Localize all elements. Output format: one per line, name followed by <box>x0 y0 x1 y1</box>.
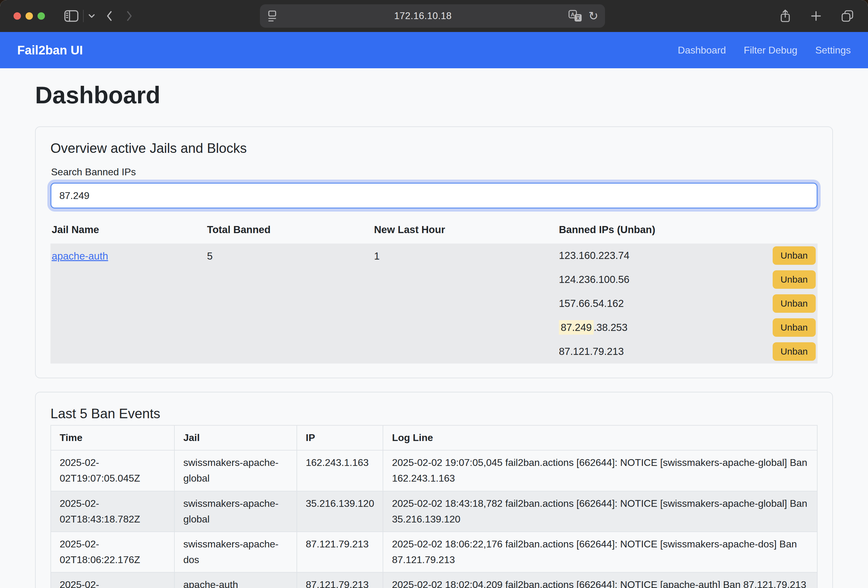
event-row: 2025-02-02T18:02:04.209Z apache-auth 87.… <box>51 572 817 588</box>
ban-events-card-title: Last 5 Ban Events <box>50 406 818 421</box>
banned-ips-list: 123.160.223.74 Unban 124.236.100.56 Unba… <box>558 243 818 364</box>
chevron-right-icon <box>126 11 133 21</box>
reload-icon: ↻ <box>588 10 598 22</box>
browser-toolbar: 172.16.10.18 A x ↻ <box>0 0 868 32</box>
jail-row: apache-auth 5 1 123.160.223.74 Unban 124… <box>50 243 818 364</box>
column-header-new-last-hour: New Last Hour <box>373 216 558 243</box>
event-log-line: 2025-02-02 19:07:05,045 fail2ban.actions… <box>383 450 817 491</box>
zoom-window-button[interactable] <box>37 12 45 20</box>
event-time: 2025-02-02T18:06:22.176Z <box>51 532 174 572</box>
nav-link-dashboard[interactable]: Dashboard <box>678 44 726 56</box>
svg-text:A: A <box>571 12 574 18</box>
unban-button[interactable]: Unban <box>773 294 816 313</box>
column-header-jail-name: Jail Name <box>50 216 206 243</box>
forward-button[interactable] <box>126 11 133 21</box>
banned-ip: 157.66.54.162 <box>558 298 624 309</box>
banned-ip-row: 124.236.100.56 Unban <box>558 268 816 292</box>
sidebar-toggle-button[interactable] <box>64 10 79 22</box>
jail-name-cell: apache-auth <box>50 243 206 364</box>
column-header-total-banned: Total Banned <box>206 216 373 243</box>
address-bar[interactable]: 172.16.10.18 A x ↻ <box>260 4 605 28</box>
event-time: 2025-02-02T18:02:04.209Z <box>51 572 174 588</box>
jails-table-header: Jail Name Total Banned New Last Hour Ban… <box>50 216 818 243</box>
close-window-button[interactable] <box>13 12 21 20</box>
page-title: Dashboard <box>35 81 833 109</box>
column-header-ip: IP <box>297 425 383 450</box>
event-ip: 87.121.79.213 <box>297 532 383 572</box>
share-icon <box>779 9 791 23</box>
search-banned-ips-label: Search Banned IPs <box>51 167 818 178</box>
reload-button[interactable]: ↻ <box>588 10 598 22</box>
banned-ip-row: 87.121.79.213 Unban <box>558 339 816 364</box>
search-banned-ips-input[interactable] <box>50 183 818 208</box>
new-last-hour-cell: 1 <box>373 243 558 364</box>
page-format-button[interactable] <box>267 10 278 22</box>
toolbar-divider <box>83 10 84 22</box>
banned-ip-row: 123.160.223.74 Unban <box>558 243 816 268</box>
unban-button[interactable]: Unban <box>773 246 816 265</box>
event-log-line: 2025-02-02 18:43:18,782 fail2ban.actions… <box>383 491 817 532</box>
event-ip: 87.121.79.213 <box>297 572 383 588</box>
sidebar-menu-chevron-button[interactable] <box>88 14 95 18</box>
banned-ip: 124.236.100.56 <box>558 274 629 285</box>
search-match-highlight: 87.249 <box>559 320 593 335</box>
ban-events-card: Last 5 Ban Events Time Jail IP Log Line … <box>35 392 833 588</box>
event-jail: swissmakers-apache-global <box>174 450 297 491</box>
plus-icon <box>810 10 822 22</box>
event-row: 2025-02-02T19:07:05.045Z swissmakers-apa… <box>51 450 817 491</box>
banned-ip-row: 157.66.54.162 Unban <box>558 292 816 315</box>
event-row: 2025-02-02T18:06:22.176Z swissmakers-apa… <box>51 532 817 572</box>
unban-button[interactable]: Unban <box>773 318 816 337</box>
banned-ip: 87.121.79.213 <box>558 346 624 357</box>
total-banned-cell: 5 <box>206 243 373 364</box>
share-button[interactable] <box>779 9 791 23</box>
column-header-log-line: Log Line <box>383 425 817 450</box>
unban-button[interactable]: Unban <box>773 342 816 361</box>
traffic-lights <box>13 12 45 20</box>
unban-button[interactable]: Unban <box>773 270 816 289</box>
nav-link-settings[interactable]: Settings <box>815 44 851 56</box>
back-button[interactable] <box>106 11 112 21</box>
events-header-row: Time Jail IP Log Line <box>51 425 817 450</box>
banned-ip-row: 87.249.38.253 Unban <box>558 315 816 339</box>
overview-card-title: Overview active Jails and Blocks <box>50 140 818 156</box>
minimize-window-button[interactable] <box>25 12 33 20</box>
nav-link-filter-debug[interactable]: Filter Debug <box>744 44 797 56</box>
event-jail: swissmakers-apache-global <box>174 491 297 532</box>
new-tab-button[interactable] <box>810 10 822 22</box>
translate-button[interactable]: A x <box>568 10 582 22</box>
banned-ip-rest: .38.253 <box>593 322 627 333</box>
app-navbar: Fail2ban UI Dashboard Filter Debug Setti… <box>0 32 868 68</box>
sidebar-icon <box>64 10 79 22</box>
tabs-icon <box>841 10 854 22</box>
event-row: 2025-02-02T18:43:18.782Z swissmakers-apa… <box>51 491 817 532</box>
ban-events-table: Time Jail IP Log Line 2025-02-02T19:07:0… <box>50 425 818 588</box>
banned-ip: 123.160.223.74 <box>558 250 629 261</box>
column-header-banned-ips: Banned IPs (Unban) <box>558 216 818 243</box>
page-content: Dashboard Overview active Jails and Bloc… <box>0 68 868 588</box>
event-time: 2025-02-02T18:43:18.782Z <box>51 491 174 532</box>
event-jail: swissmakers-apache-dos <box>174 532 297 572</box>
jail-link[interactable]: apache-auth <box>52 251 108 262</box>
event-jail: apache-auth <box>174 572 297 588</box>
nav-links: Dashboard Filter Debug Settings <box>678 44 851 56</box>
event-log-line: 2025-02-02 18:06:22,176 fail2ban.actions… <box>383 532 817 572</box>
chevron-left-icon <box>106 11 112 21</box>
column-header-jail: Jail <box>174 425 297 450</box>
banned-ip: 87.249.38.253 <box>558 322 627 333</box>
event-ip: 35.216.139.120 <box>297 491 383 532</box>
event-ip: 162.243.1.163 <box>297 450 383 491</box>
event-time: 2025-02-02T19:07:05.045Z <box>51 450 174 491</box>
translate-icon: A x <box>568 10 582 22</box>
event-log-line: 2025-02-02 18:02:04,209 fail2ban.actions… <box>383 572 817 588</box>
tab-overview-button[interactable] <box>841 10 854 22</box>
overview-card: Overview active Jails and Blocks Search … <box>35 127 833 378</box>
safari-window: 172.16.10.18 A x ↻ <box>0 0 868 588</box>
column-header-time: Time <box>51 425 174 450</box>
chevron-down-icon <box>88 14 95 18</box>
url-text[interactable]: 172.16.10.18 <box>278 10 568 22</box>
reader-format-icon <box>267 10 278 22</box>
brand-link[interactable]: Fail2ban UI <box>17 43 83 57</box>
